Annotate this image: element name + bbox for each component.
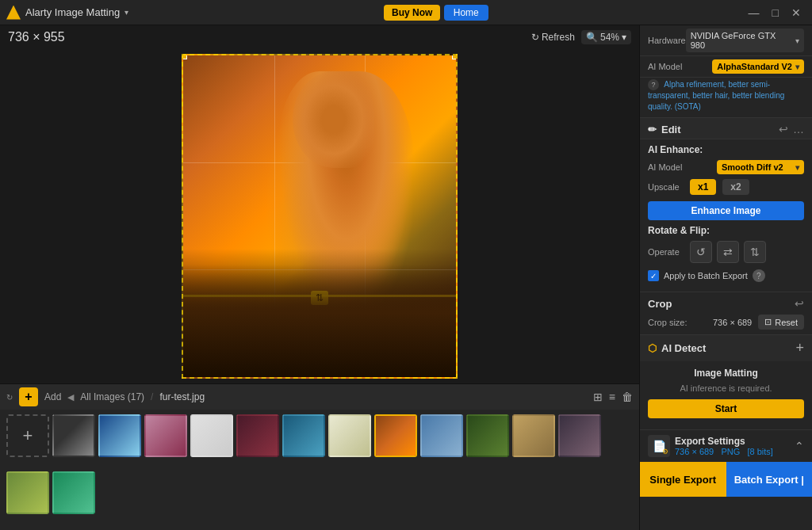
bottom-toolbar: ↻ + Add ◀ All Images (17) / fur-test.jpg… [0,384,639,410]
start-button[interactable]: Start [648,399,804,418]
crop-size-value: 736 × 689 [713,318,752,327]
more-icon[interactable]: … [793,123,804,135]
crop-handle-bl[interactable] [182,373,187,379]
thumbnail-10[interactable] [466,414,509,457]
export-expand-button[interactable]: ⌃ [795,440,804,452]
export-info: Export Settings 736 × 689 PNG [8 bits] [675,436,790,456]
zoom-dropdown-arrow: ▾ [622,32,626,43]
right-panel: Hardware NVIDIA GeForce GTX 980 ▾ AI Mod… [639,25,812,530]
apply-batch-label: Apply to Batch Export [664,271,748,280]
batch-export-button[interactable]: Batch Export | [726,462,813,497]
apply-batch-checkbox[interactable]: ✓ [648,270,659,281]
thumbnail-13[interactable] [6,471,49,514]
operate-row: Operate ↺ ⇄ ⇅ [648,241,804,263]
list-view-button[interactable]: ≡ [609,391,615,403]
zoom-icon: 🔍 [586,32,598,43]
hardware-label: Hardware [648,36,686,45]
delete-button[interactable]: 🗑 [622,391,633,403]
upscale-x2-button[interactable]: x2 [722,179,749,195]
edit-section-header: ✏ Edit ↩ … [640,118,812,139]
thumbnail-14[interactable] [52,471,95,514]
upscale-x1-button[interactable]: x1 [690,179,716,195]
crop-undo-icon[interactable]: ↩ [795,297,804,310]
rotate-left-button[interactable]: ↺ [690,241,712,263]
ai-enhance-label: AI Enhance: [648,144,804,155]
help-icon[interactable]: ? [753,269,765,282]
maximize-button[interactable]: □ [768,5,783,21]
inference-text: AI inference is required. [648,383,804,393]
refresh-button[interactable]: ↻ Refresh [531,32,575,43]
thumbnail-5[interactable] [236,414,279,457]
bottom-panel: ↻ + Add ◀ All Images (17) / fur-test.jpg… [0,383,639,530]
alpha-description: ? Alpha refinement, better semi-transpar… [640,78,812,118]
crop-handle-br[interactable] [452,373,458,379]
thumbnail-7[interactable] [328,414,371,457]
canvas-controls: ↻ Refresh 🔍 54% ▾ [531,30,631,44]
title-dropdown-arrow[interactable]: ▾ [124,8,128,17]
enhance-image-button[interactable]: Enhance Image [648,201,804,220]
add-label: Add [44,391,61,402]
nav-arrow-left[interactable]: ◀ [67,392,74,402]
thumbnail-2[interactable] [98,414,141,457]
info-icon: ? [648,79,659,90]
bottom-toolbar-right: ⊞ ≡ 🗑 [593,391,633,403]
zoom-control[interactable]: 🔍 54% ▾ [581,30,631,44]
crop-section: Crop ↩ Crop size: 736 × 689 ⊡ Reset [640,292,812,334]
buy-now-button[interactable]: Buy Now [384,5,440,21]
upscale-label: Upscale [648,182,684,192]
crop-size-label: Crop size: [648,318,707,327]
grid-view-button[interactable]: ⊞ [593,391,603,403]
thumbnail-6[interactable] [282,414,325,457]
rotate-flip-label: Rotate & Flip: [648,225,804,236]
ai-detect-section: ⬡ AI Detect + Image Matting AI inference… [640,334,812,429]
image-shadow [183,265,456,377]
window-controls: — □ ✕ [744,5,806,21]
thumbnail-4[interactable] [190,414,233,457]
single-export-button[interactable]: Single Export [640,462,726,497]
crop-handle-tr[interactable] [452,54,458,59]
export-bits: [8 bits] [747,447,772,456]
cycle-icon[interactable]: ↻ [6,393,13,402]
minimize-button[interactable]: — [744,5,764,21]
close-button[interactable]: ✕ [787,5,806,21]
enhance-model-label: AI Model [648,162,682,172]
upscale-row: Upscale x1 x2 [648,179,804,195]
canvas-image: ⇅ [182,54,458,379]
apply-batch-row: ✓ Apply to Batch Export ? [648,269,804,282]
canvas-dimensions: 736 × 955 [8,30,65,44]
ai-detect-icon: ⬡ [648,342,657,354]
ai-detect-title: ⬡ AI Detect [648,342,706,354]
crop-bottom-handle[interactable]: ⇅ [183,295,456,297]
thumbnail-3[interactable] [144,414,187,457]
operate-label: Operate [648,247,684,257]
hardware-dropdown[interactable]: NVIDIA GeForce GTX 980 ▾ [686,29,804,52]
titlebar-nav: Buy Now Home [384,5,488,21]
all-images-label: All Images (17) [80,391,144,402]
ai-model-dropdown[interactable]: AlphaStandard V2 ▾ [712,59,804,74]
add-button[interactable]: + [19,387,38,406]
app-title: Alarty Image Matting [25,6,120,18]
add-thumbnail-button[interactable]: + [6,414,49,457]
crop-reset-button[interactable]: ⊡ Reset [758,315,804,330]
enhance-model-dropdown[interactable]: Smooth Diff v2 ▾ [717,160,804,174]
flip-vertical-button[interactable]: ⇅ [744,241,766,263]
crop-size-row: Crop size: 736 × 689 ⊡ Reset [648,315,804,330]
crop-title: Crop [648,298,672,310]
path-separator: / [151,391,153,402]
home-nav-button[interactable]: Home [444,5,488,21]
flip-horizontal-button[interactable]: ⇄ [717,241,739,263]
main-content: 736 × 955 ↻ Refresh 🔍 54% ▾ [0,25,812,530]
export-buttons: Single Export Batch Export | [640,462,812,497]
thumbnail-12[interactable] [558,414,601,457]
thumbnail-8-active[interactable] [374,414,417,457]
ai-detect-plus-button[interactable]: + [795,340,804,357]
gear-icon: ⚙ [662,448,668,456]
filename-label: fur-test.jpg [159,391,205,402]
crop-handle-tl[interactable] [182,54,187,59]
thumbnail-9[interactable] [420,414,463,457]
undo-icon[interactable]: ↩ [779,123,788,135]
export-format: PNG [721,447,740,456]
thumbnail-1[interactable] [52,414,95,457]
thumbnail-11[interactable] [512,414,555,457]
export-settings-section: 📄 ⚙ Export Settings 736 × 689 PNG [8 bit… [640,429,812,462]
